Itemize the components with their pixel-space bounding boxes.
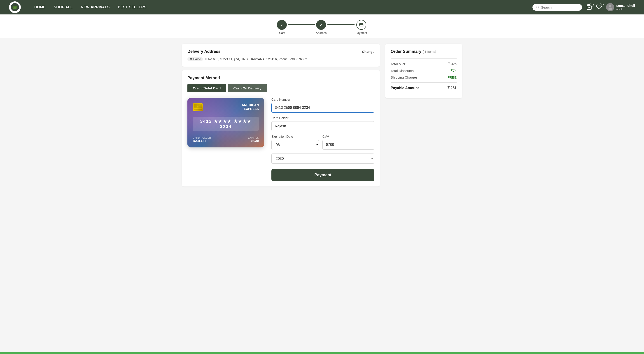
summary-divider-1 <box>391 58 456 59</box>
year-select[interactable]: 2030 20242025 20262027 20282029 20312032 <box>272 154 374 164</box>
total-mrp-value: ₹ 325 <box>448 62 456 66</box>
card-number-input[interactable] <box>272 103 374 113</box>
svg-point-5 <box>536 6 538 8</box>
expiration-group: Expiration Date 06 0102 0304 0507 0809 1… <box>272 135 319 150</box>
total-mrp-label: Total MRP <box>391 62 406 66</box>
delivery-address-card: Delivery Address Change Home H.No.689, s… <box>182 44 380 66</box>
chip-cell-4 <box>198 106 202 108</box>
change-button[interactable]: Change <box>362 50 374 54</box>
cart-badge: 1 <box>590 3 594 6</box>
card-form-area: AMERICAN EXPRESS 3413 ★★★★ ★★★★ 3234 Car… <box>188 98 374 181</box>
expiration-label: Expiration Date <box>272 135 319 138</box>
chip-cell-5 <box>194 108 198 110</box>
summary-subtitle: ( 1 Items) <box>423 50 436 54</box>
main-content: Delivery Address Change Home H.No.689, s… <box>164 38 480 192</box>
navbar-right: 1 1 suman dhull admin <box>532 3 635 11</box>
tab-credit-debit[interactable]: Credit/Debit Card <box>188 84 226 92</box>
step-cart-circle: ✓ <box>277 20 287 30</box>
pay-button[interactable]: Payment <box>272 169 374 181</box>
nav-home[interactable]: HOME <box>34 5 46 9</box>
amex-text-2: EXPRESS <box>242 107 259 111</box>
nav-links: HOME SHOP ALL NEW ARRIVALS BEST SELLERS <box>34 5 524 9</box>
avatar <box>606 3 614 11</box>
delivery-header: Delivery Address Change <box>188 49 374 54</box>
search-input[interactable] <box>541 6 578 9</box>
payable-value: ₹ 251 <box>447 86 456 90</box>
step-line-1 <box>288 24 315 25</box>
summary-row-shipping: Shipping Charges FREE <box>391 76 456 79</box>
cvv-input[interactable] <box>322 140 374 150</box>
wishlist-button[interactable]: 1 <box>596 4 602 10</box>
step-payment: Payment <box>356 20 367 34</box>
user-profile[interactable]: suman dhull admin <box>606 3 635 11</box>
step-line-2 <box>328 24 354 25</box>
user-name: suman dhull <box>616 4 635 8</box>
cvv-group: CVV <box>322 135 374 150</box>
bottom-bar <box>0 352 644 354</box>
nav-best-sellers[interactable]: BEST SELLERS <box>118 5 146 9</box>
nav-shop-all[interactable]: SHOP ALL <box>54 5 73 9</box>
wishlist-badge: 1 <box>600 3 604 6</box>
home-label: Home <box>193 58 201 61</box>
card-number-label: Card Number <box>272 98 374 101</box>
payment-method-title: Payment Method <box>188 76 374 80</box>
cart-button[interactable]: 1 <box>586 4 592 10</box>
step-payment-label: Payment <box>356 31 367 34</box>
summary-divider-2 <box>391 82 456 83</box>
navbar: HOME SHOP ALL NEW ARRIVALS BEST SELLERS … <box>0 0 644 14</box>
home-badge: Home <box>188 57 203 61</box>
card-number-display: 3413 ★★★★ ★★★★ 3234 <box>193 117 259 131</box>
svg-point-8 <box>609 5 611 8</box>
discounts-label: Total Discounts <box>391 69 414 73</box>
search-icon <box>536 6 539 9</box>
card-holder-name: RAJESH <box>193 139 211 143</box>
amex-logo: AMERICAN EXPRESS <box>242 103 259 111</box>
stepper: ✓ Cart ✓ Address Payment <box>0 14 644 38</box>
svg-line-6 <box>538 8 539 8</box>
payable-label: Payable Amount <box>391 86 419 90</box>
year-group: 2030 20242025 20262027 20282029 20312032 <box>272 154 374 164</box>
search-bar[interactable] <box>532 4 582 10</box>
form-fields: Card Number Card Holder Expiration Date … <box>272 98 374 181</box>
order-summary-card: Order Summary ( 1 Items) Total MRP ₹ 325… <box>385 44 462 98</box>
address-line: Home H.No.689, street 11, jind, JIND, HA… <box>188 57 374 61</box>
card-holder-section: Card Holder RAJESH <box>193 136 211 143</box>
chip-cell-2 <box>198 104 202 106</box>
svg-rect-10 <box>360 24 363 26</box>
summary-row-payable: Payable Amount ₹ 251 <box>391 86 456 90</box>
step-payment-circle <box>356 20 366 30</box>
card-holder-input[interactable] <box>272 121 374 131</box>
card-expires-section: Expires 06/30 <box>248 136 259 143</box>
summary-row-mrp: Total MRP ₹ 325 <box>391 62 456 66</box>
payment-tabs: Credit/Debit Card Cash On Delivery <box>188 84 374 92</box>
chip-cell-3 <box>194 106 198 108</box>
delivery-title: Delivery Address <box>188 49 220 54</box>
chip-cell-1 <box>194 104 198 106</box>
credit-card-visual: AMERICAN EXPRESS 3413 ★★★★ ★★★★ 3234 Car… <box>188 98 264 148</box>
expiration-select[interactable]: 06 0102 0304 0507 0809 1011 12 <box>272 140 319 150</box>
user-role: admin <box>616 8 635 11</box>
card-holder-label: Card Holder <box>193 136 211 139</box>
summary-title: Order Summary <box>391 49 421 54</box>
discounts-value: -₹74 <box>449 69 456 73</box>
chip-cell-6 <box>198 108 202 110</box>
cvv-label: CVV <box>322 135 374 138</box>
card-chip <box>193 103 203 111</box>
tab-cash-delivery[interactable]: Cash On Delivery <box>228 84 267 92</box>
card-top-row: AMERICAN EXPRESS <box>193 103 259 113</box>
card-holder-label: Card Holder <box>272 116 374 120</box>
location-icon <box>190 58 192 60</box>
nav-new-arrivals[interactable]: NEW ARRIVALS <box>81 5 110 9</box>
amex-text-1: AMERICAN <box>242 103 259 107</box>
step-address: ✓ Address <box>316 20 326 34</box>
card-bottom-row: Card Holder RAJESH Expires 06/30 <box>193 136 259 143</box>
card-number-group: Card Number <box>272 98 374 113</box>
expires-value: 06/30 <box>248 139 259 143</box>
exp-cvv-row: Expiration Date 06 0102 0304 0507 0809 1… <box>272 135 374 150</box>
payment-icon <box>359 22 364 27</box>
shipping-label: Shipping Charges <box>391 76 418 79</box>
card-holder-group: Card Holder <box>272 116 374 131</box>
payment-method-card: Payment Method Credit/Debit Card Cash On… <box>182 70 380 186</box>
logo[interactable] <box>9 1 21 13</box>
summary-row-discounts: Total Discounts -₹74 <box>391 69 456 73</box>
